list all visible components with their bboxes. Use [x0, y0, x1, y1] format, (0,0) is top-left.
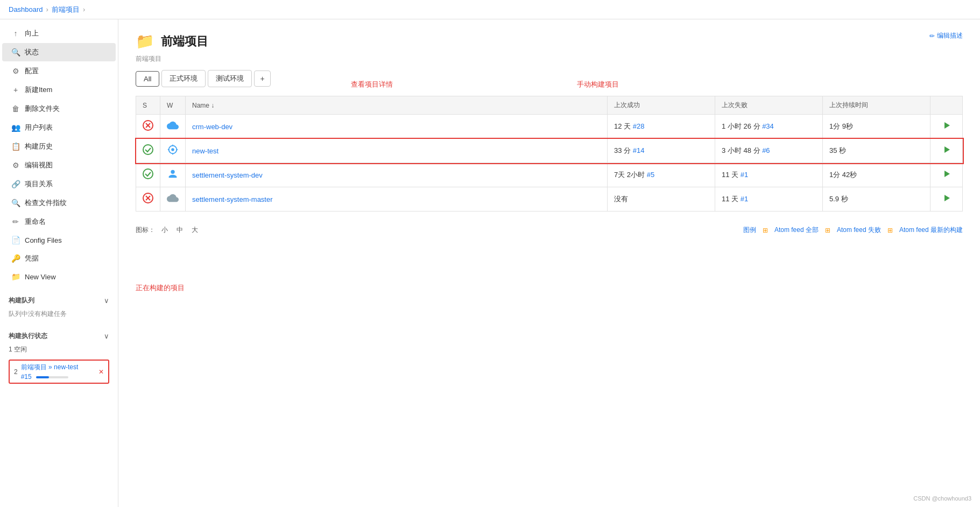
sidebar-item-user-list[interactable]: 👥 用户列表: [2, 118, 116, 137]
sidebar-item-label: Config Files: [25, 236, 62, 244]
breadcrumb-sep1: ›: [46, 5, 48, 13]
atom-feed-fail[interactable]: Atom feed 失败: [837, 226, 881, 235]
status-cell: [136, 163, 160, 187]
footer-right: 图例 ⊞ Atom feed 全部 ⊞ Atom feed 失败 ⊞ Atom …: [743, 226, 963, 235]
weather-cell: [160, 163, 186, 187]
weather-icon: [167, 147, 179, 158]
gear-icon: ⚙: [11, 67, 20, 75]
tab-test[interactable]: 测试环境: [208, 70, 252, 87]
sidebar-item-credentials[interactable]: 🔑 凭据: [2, 249, 116, 267]
svg-marker-11: [944, 146, 950, 153]
sidebar-item-project-relation[interactable]: 🔗 项目关系: [2, 175, 116, 193]
duration-cell: 1分 42秒: [823, 163, 930, 187]
sidebar-item-label: 用户列表: [25, 123, 53, 132]
weather-icon: [167, 123, 179, 133]
last-success-cell: 7天 2小时 #5: [608, 163, 715, 187]
sidebar-item-rename[interactable]: ✏ 重命名: [2, 213, 116, 231]
sidebar-item-label: 检查文件指纹: [25, 198, 67, 208]
project-name-link[interactable]: new-test: [192, 147, 218, 155]
sidebar-item-config[interactable]: ⚙ 配置: [2, 62, 116, 80]
sidebar-item-up[interactable]: ↑ 向上: [2, 24, 116, 43]
key-icon: 🔑: [11, 254, 20, 263]
exec-build-link[interactable]: #15: [21, 373, 32, 381]
sidebar-item-label: 项目关系: [25, 179, 53, 189]
table-row: settlement-system-master没有 11 天 #15.9 秒: [136, 187, 963, 212]
exec-cancel-icon[interactable]: ✕: [98, 368, 104, 376]
page-header-icon: 📁: [136, 32, 154, 50]
sidebar-item-config-files[interactable]: 📄 Config Files: [2, 231, 116, 249]
sidebar-item-new-view[interactable]: 📁 New View: [2, 268, 116, 285]
sidebar-item-new-item[interactable]: + 新建Item: [2, 81, 116, 99]
build-exec-title: 构建执行状态: [9, 332, 47, 341]
up-icon: ↑: [11, 29, 20, 38]
page-subtitle: 前端项目: [136, 54, 963, 64]
breadcrumb-project[interactable]: 前端项目: [52, 5, 80, 15]
svg-point-12: [143, 169, 153, 179]
tab-add[interactable]: +: [254, 71, 270, 87]
tab-all[interactable]: All: [136, 71, 159, 87]
icon-size-medium[interactable]: 中: [174, 224, 185, 236]
exec-project-link[interactable]: 前端项目 » new-test: [21, 363, 79, 371]
atom-feed-latest[interactable]: Atom feed 最新的构建: [899, 226, 963, 235]
project-name-link[interactable]: settlement-system-master: [192, 195, 273, 203]
run-build-button[interactable]: [938, 143, 955, 158]
breadcrumb-dashboard[interactable]: Dashboard: [9, 5, 43, 13]
edit-desc-label: 编辑描述: [937, 31, 963, 40]
sidebar-item-label: 构建历史: [25, 142, 53, 151]
status-icon: [143, 171, 153, 181]
progress-bar-bg: [36, 376, 68, 378]
sidebar-item-label: 向上: [25, 29, 39, 38]
icon-size-small[interactable]: 小: [159, 224, 170, 236]
sidebar-item-label: 凭据: [25, 254, 39, 263]
legend-link[interactable]: 图例: [743, 226, 756, 235]
sidebar-item-delete-folder[interactable]: 🗑 删除文件夹: [2, 100, 116, 118]
sidebar-item-label: 重命名: [25, 217, 46, 227]
fail-build-link[interactable]: #1: [741, 171, 748, 179]
sidebar-item-build-history[interactable]: 📋 构建历史: [2, 137, 116, 156]
success-build-link[interactable]: #14: [633, 146, 645, 154]
col-header-w: W: [160, 96, 186, 115]
atom-feed-all[interactable]: Atom feed 全部: [774, 226, 819, 235]
queue-toggle-icon[interactable]: ∨: [104, 297, 109, 305]
icon-size-label: 图标：: [136, 226, 155, 235]
sidebar-item-label: 删除文件夹: [25, 104, 60, 114]
rss-icon-3: ⊞: [887, 227, 893, 234]
last-fail-cell: 11 天 #1: [715, 187, 823, 212]
weather-icon: [167, 171, 179, 182]
build-table: S W Name ↓ 上次成功 上次失败 上次持续时间 crm-web-dev1…: [136, 96, 963, 212]
sidebar-item-check-file[interactable]: 🔍 检查文件指纹: [2, 194, 116, 212]
fail-build-link[interactable]: #6: [762, 146, 770, 154]
fail-build-link[interactable]: #34: [762, 122, 774, 130]
status-cell: [136, 115, 160, 139]
col-header-fail: 上次失败: [715, 96, 823, 115]
users-icon: 👥: [11, 123, 20, 132]
run-build-button[interactable]: [938, 119, 955, 134]
sidebar-item-status[interactable]: 🔍 状态: [2, 43, 116, 61]
fail-build-link[interactable]: #1: [741, 195, 748, 203]
success-build-link[interactable]: #28: [633, 122, 645, 130]
fingerprint-icon: 🔍: [11, 199, 20, 207]
table-row: settlement-system-dev7天 2小时 #511 天 #11分 …: [136, 163, 963, 187]
svg-marker-14: [944, 171, 950, 177]
progress-bar-fill: [36, 376, 49, 378]
col-header-duration: 上次持续时间: [823, 96, 930, 115]
project-name-link[interactable]: crm-web-dev: [192, 123, 232, 131]
sidebar-item-edit-view[interactable]: ⚙ 编辑视图: [2, 156, 116, 174]
col-header-name: Name ↓: [186, 96, 608, 115]
exec-toggle-icon[interactable]: ∨: [104, 332, 109, 340]
project-name-link[interactable]: settlement-system-dev: [192, 171, 263, 179]
success-build-link[interactable]: #5: [647, 171, 654, 179]
trash-icon: 🗑: [11, 104, 20, 113]
svg-marker-18: [944, 195, 950, 201]
folder-icon: 📁: [11, 272, 20, 281]
icon-size-large[interactable]: 大: [189, 224, 200, 236]
weather-icon: [167, 195, 179, 206]
pencil-icon: ✏: [11, 217, 20, 226]
run-build-button[interactable]: [938, 192, 955, 207]
table-row: crm-web-dev12 天 #281 小时 26 分 #341分 9秒: [136, 115, 963, 139]
run-build-button[interactable]: [938, 167, 955, 182]
edit-desc-link[interactable]: ✏ 编辑描述: [929, 31, 963, 40]
plus-icon: +: [11, 86, 20, 94]
build-exec-section: 构建执行状态 ∨: [0, 329, 118, 343]
tab-prod[interactable]: 正式环境: [161, 70, 206, 87]
